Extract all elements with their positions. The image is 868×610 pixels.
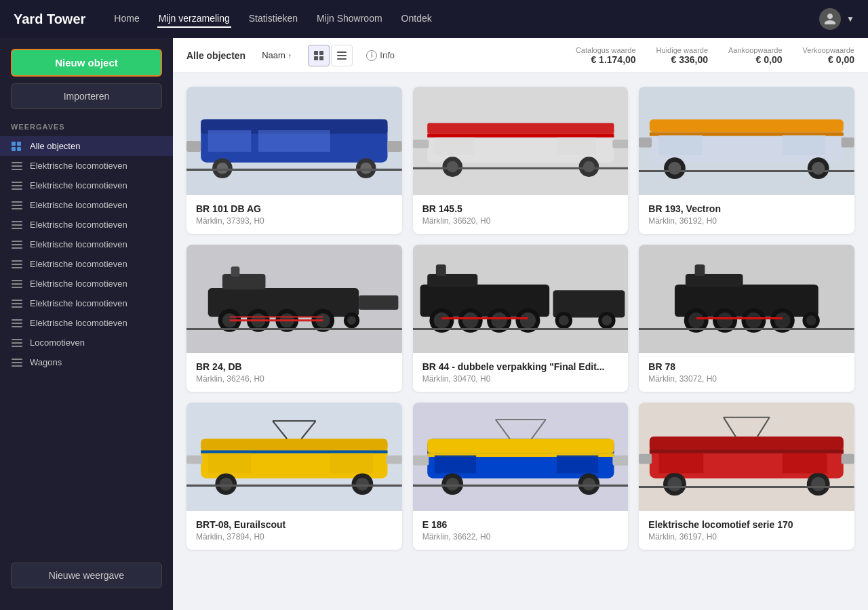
- svg-rect-15: [12, 228, 22, 229]
- card-subtitle: Märklin, 37393, H0: [196, 216, 393, 226]
- verkoop-label: Verkoopwaarde: [803, 46, 854, 54]
- card-subtitle: Märklin, 36620, H0: [422, 216, 619, 226]
- svg-rect-22: [12, 280, 22, 281]
- huidige-label: Huidige waarde: [656, 46, 708, 54]
- sidebar-item-elektrisch-9[interactable]: Elektrische locomotieven: [0, 313, 173, 333]
- svg-rect-36: [12, 365, 22, 367]
- card-image: [413, 87, 629, 195]
- card-body: BRT-08, Eurailscout Märklin, 37894, H0: [186, 511, 402, 550]
- svg-rect-161: [650, 449, 844, 453]
- nav-showroom[interactable]: Mijn Showroom: [315, 10, 383, 28]
- sidebar-item-locomotieven[interactable]: Locomotieven: [0, 333, 173, 352]
- sidebar-item-elektrisch-1[interactable]: Elektrische locomotieven: [0, 156, 173, 176]
- nav-discover[interactable]: Ontdek: [400, 10, 433, 28]
- verkoop-value: Verkoopwaarde € 0,00: [803, 46, 854, 65]
- card-image: [639, 87, 854, 195]
- nav-collection[interactable]: Mijn verzameling: [157, 10, 231, 28]
- svg-point-91: [347, 316, 356, 325]
- svg-rect-76: [639, 138, 652, 148]
- svg-rect-13: [12, 221, 22, 222]
- svg-rect-68: [650, 119, 844, 132]
- card-br193[interactable]: BR 193, Vectron Märklin, 36192, H0: [639, 87, 854, 234]
- list-icon: [11, 279, 23, 289]
- catalogus-value: Catalogus waarde € 1.174,00: [576, 46, 636, 65]
- list-view-button[interactable]: [331, 45, 353, 66]
- card-subtitle: Märklin, 30470, H0: [422, 374, 619, 384]
- user-avatar[interactable]: [819, 8, 841, 30]
- sidebar-item-elektrisch-8[interactable]: Elektrische locomotieven: [0, 293, 173, 313]
- svg-rect-24: [12, 287, 22, 288]
- card-br24[interactable]: BR 24, DB Märklin, 36246, H0: [186, 245, 402, 392]
- nav-links: Home Mijn verzameling Statistieken Mijn …: [113, 10, 799, 28]
- sidebar-item-elektrisch-2[interactable]: Elektrische locomotieven: [0, 176, 173, 195]
- user-menu-chevron[interactable]: ▼: [846, 14, 854, 24]
- svg-rect-8: [12, 185, 22, 186]
- card-brt08[interactable]: BRT-08, Eurailscout Märklin, 37894, H0: [186, 403, 402, 550]
- sidebar-item-wagons[interactable]: Wagons: [0, 352, 173, 372]
- main-layout: Nieuw object Importeren WEERGAVES Alle o…: [0, 38, 868, 610]
- new-object-button[interactable]: Nieuw object: [11, 49, 162, 77]
- nav-home[interactable]: Home: [113, 10, 140, 28]
- svg-rect-2: [12, 147, 16, 151]
- svg-rect-74: [659, 136, 703, 156]
- value-columns: Catalogus waarde € 1.174,00 Huidige waar…: [576, 46, 854, 65]
- grid-view-button[interactable]: [308, 45, 330, 66]
- sidebar-item-elektrisch-4[interactable]: Elektrische locomotieven: [0, 215, 173, 235]
- card-br101[interactable]: BR 101 DB AG Märklin, 37393, H0: [186, 87, 402, 234]
- sidebar-item-elektrisch-5[interactable]: Elektrische locomotieven: [0, 235, 173, 254]
- svg-rect-32: [12, 342, 22, 344]
- card-image: [639, 403, 854, 511]
- import-button[interactable]: Importeren: [11, 83, 162, 109]
- svg-rect-63: [556, 138, 595, 155]
- svg-rect-12: [12, 208, 22, 209]
- new-view-button[interactable]: Nieuwe weergave: [11, 563, 162, 588]
- catalogus-label: Catalogus waarde: [576, 46, 636, 54]
- card-title: BR 145.5: [422, 203, 619, 214]
- card-e186[interactable]: E 186 Märklin, 36622, H0: [413, 403, 629, 550]
- svg-rect-41: [337, 52, 347, 53]
- card-title: Elektrische locomotief serie 170: [648, 519, 845, 530]
- svg-rect-25: [12, 300, 22, 301]
- svg-rect-53: [387, 141, 401, 152]
- card-br145[interactable]: BR 145.5 Märklin, 36620, H0: [413, 87, 629, 234]
- svg-rect-37: [314, 51, 318, 55]
- card-image: [186, 87, 402, 195]
- card-br44[interactable]: BR 44 - dubbele verpakking "Final Edit..…: [413, 245, 629, 392]
- svg-rect-172: [842, 454, 854, 464]
- card-br78[interactable]: BR 78 Märklin, 33072, H0: [639, 245, 854, 392]
- svg-point-135: [356, 478, 369, 491]
- svg-rect-171: [639, 454, 652, 464]
- svg-rect-115: [686, 274, 743, 287]
- card-subtitle: Märklin, 37894, H0: [196, 532, 393, 542]
- verkoop-amount: € 0,00: [803, 54, 854, 65]
- list-icon: [11, 319, 23, 328]
- sidebar-section-title: WEERGAVES: [0, 123, 173, 136]
- svg-point-61: [583, 161, 595, 173]
- svg-line-153: [495, 420, 509, 439]
- card-serie170[interactable]: Elektrische locomotief serie 170 Märklin…: [639, 403, 854, 550]
- sidebar-item-elektrisch-3[interactable]: Elektrische locomotieven: [0, 195, 173, 215]
- nav-statistics[interactable]: Statistieken: [248, 10, 299, 28]
- sidebar-item-label: Locomotieven: [30, 338, 85, 348]
- svg-rect-6: [12, 169, 22, 170]
- info-button[interactable]: i Info: [366, 50, 395, 61]
- sort-button[interactable]: Naam ↑: [256, 47, 297, 63]
- svg-rect-18: [12, 247, 22, 249]
- svg-rect-31: [12, 339, 22, 340]
- sidebar-item-elektrisch-6[interactable]: Elektrische locomotieven: [0, 254, 173, 274]
- list-icon: [11, 220, 23, 230]
- svg-point-104: [491, 312, 507, 328]
- sidebar-item-all-objects[interactable]: Alle objecten: [0, 136, 173, 156]
- svg-rect-30: [12, 326, 22, 327]
- svg-rect-167: [783, 453, 827, 474]
- nav-user-area: ▼: [819, 8, 854, 30]
- view-toggle: [308, 45, 353, 66]
- grid-icon: [11, 142, 23, 151]
- list-icon: [11, 338, 23, 348]
- svg-rect-20: [12, 264, 22, 265]
- sidebar-item-elektrisch-7[interactable]: Elektrische locomotieven: [0, 274, 173, 293]
- svg-rect-21: [12, 267, 22, 268]
- svg-rect-137: [330, 453, 374, 474]
- svg-rect-141: [186, 455, 202, 464]
- svg-rect-142: [386, 455, 401, 464]
